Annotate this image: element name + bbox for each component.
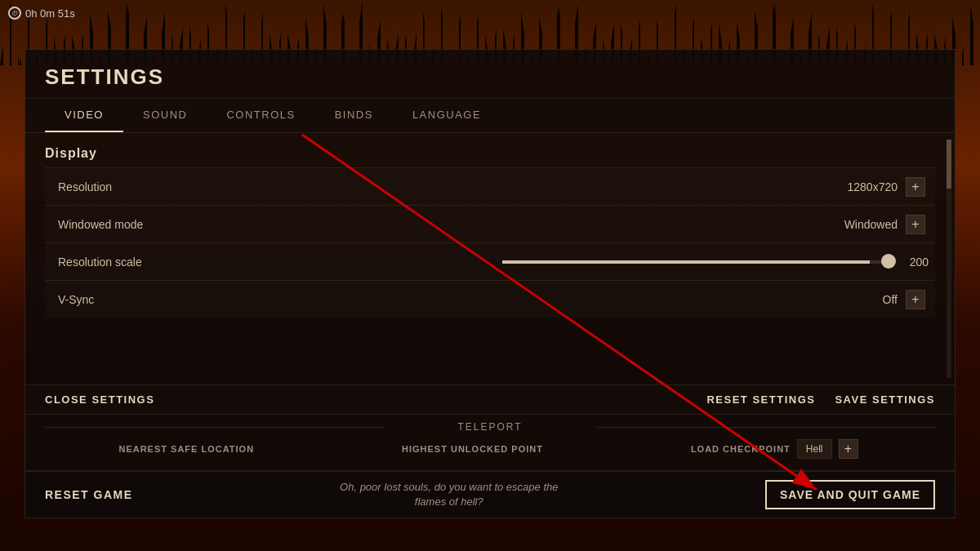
resolution-plus-button[interactable]: + — [906, 177, 925, 197]
save-and-quit-button[interactable]: Save and Quit Game — [765, 480, 935, 509]
close-settings-button[interactable]: Close Settings — [45, 393, 154, 406]
windowed-plus-button[interactable]: + — [906, 215, 925, 234]
checkpoint-control: Load Checkpoint Hell + — [691, 439, 862, 459]
tabs-bar: Video Sound Controls Binds Language — [25, 99, 955, 133]
resolution-scale-slider[interactable]: 200 — [502, 256, 935, 269]
resolution-scale-label: Resolution scale — [45, 256, 502, 269]
windowed-label: Windowed mode — [45, 218, 502, 231]
footer-right-buttons: Reset Settings Save Settings — [706, 393, 935, 406]
save-settings-button[interactable]: Save Settings — [835, 393, 935, 406]
timer-value: 0h 0m 51s — [25, 7, 75, 20]
nearest-safe-location-button[interactable]: Nearest Safe Location — [118, 444, 254, 454]
windowed-value: Windowed + — [502, 215, 935, 234]
settings-footer: Close Settings Reset Settings Save Setti… — [25, 384, 955, 414]
settings-content: Display Resolution 1280x720 + Windowed m… — [25, 133, 955, 384]
tab-video[interactable]: Video — [45, 99, 123, 132]
setting-row-windowed: Windowed mode Windowed + — [45, 205, 935, 242]
checkpoint-plus-button[interactable]: + — [839, 439, 858, 459]
teleport-section: Teleport Nearest Safe Location Highest U… — [25, 414, 955, 470]
bottom-bar: Reset Game Oh, poor lost souls, do you w… — [25, 470, 955, 518]
vsync-value: Off + — [502, 290, 935, 309]
subtitle-text: Oh, poor lost souls, do you want to esca… — [133, 480, 765, 509]
setting-row-resolution: Resolution 1280x720 + — [45, 167, 935, 205]
checkpoint-value: Hell — [797, 439, 832, 459]
scrollbar[interactable] — [947, 140, 951, 378]
load-checkpoint-button[interactable]: Load Checkpoint — [691, 444, 791, 454]
setting-row-vsync: V-Sync Off + — [45, 280, 935, 318]
highest-unlocked-point-button[interactable]: Highest Unlocked Point — [402, 444, 543, 454]
settings-title: Settings — [25, 50, 955, 99]
resolution-scale-value: 200 — [899, 256, 929, 269]
tab-language[interactable]: Language — [393, 99, 501, 132]
vsync-plus-button[interactable]: + — [906, 290, 925, 309]
scrollbar-thumb[interactable] — [947, 140, 951, 189]
section-display-title: Display — [45, 146, 935, 161]
teleport-buttons: Nearest Safe Location Highest Unlocked P… — [45, 439, 935, 464]
slider-track — [502, 260, 889, 264]
resolution-value: 1280x720 + — [502, 177, 935, 197]
tab-sound[interactable]: Sound — [123, 99, 207, 132]
vsync-label: V-Sync — [45, 293, 502, 306]
resolution-label: Resolution — [45, 180, 502, 193]
settings-panel: Settings Video Sound Controls Binds Lang… — [24, 49, 956, 518]
slider-thumb[interactable] — [881, 254, 896, 269]
teleport-title: Teleport — [45, 421, 935, 433]
timer-icon: ⏱ — [8, 7, 21, 20]
slider-fill — [502, 260, 870, 264]
timer-display: ⏱ 0h 0m 51s — [8, 7, 75, 20]
setting-row-resolution-scale: Resolution scale 200 — [45, 242, 935, 280]
tab-binds[interactable]: Binds — [315, 99, 393, 132]
tab-controls[interactable]: Controls — [207, 99, 314, 132]
reset-settings-button[interactable]: Reset Settings — [706, 393, 815, 406]
reset-game-button[interactable]: Reset Game — [45, 488, 133, 501]
